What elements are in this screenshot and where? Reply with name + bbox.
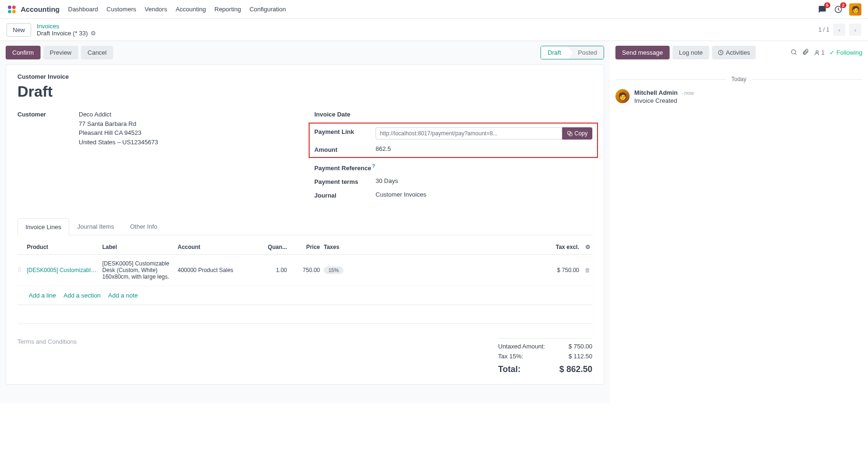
status-pills: Draft Posted [540,46,604,59]
search-icon[interactable] [790,49,797,57]
svg-point-8 [791,50,795,54]
followers-count[interactable]: 1 [814,49,825,56]
customer-label: Customer [17,110,79,118]
pager-text: 1 / 1 [819,26,829,33]
terms-field[interactable]: Terms and Conditions [17,338,498,376]
svg-point-2 [8,9,11,13]
row-tax[interactable]: 15% [324,266,344,274]
activities-button[interactable]: Activities [712,46,755,59]
actionbar: Confirm Preview Cancel Draft Posted [6,41,604,64]
status-posted[interactable]: Posted [568,46,604,59]
th-account[interactable]: Account [178,244,262,250]
chatter: Send message Log note Activities 1 ✓ [610,41,868,404]
message-time: - now [681,90,694,96]
topnav: Dashboard Customers Vendors Accounting R… [68,6,286,13]
amount-value[interactable]: 862.5 [376,145,592,152]
attachment-icon[interactable] [802,49,809,57]
message-author[interactable]: Mitchell Admin [634,89,678,96]
message: 🧑 Mitchell Admin - now Invoice Created [615,89,862,104]
delete-row-icon[interactable]: 🗑 [583,267,592,273]
send-message-button[interactable]: Send message [615,46,670,59]
table-row[interactable]: ⠿ [DESK0005] Customizable De [DESK0005] … [17,255,592,286]
copy-icon [567,131,573,136]
status-draft[interactable]: Draft [541,46,567,59]
form-title: Draft [17,83,592,100]
nav-dashboard[interactable]: Dashboard [68,6,98,13]
svg-point-0 [8,5,11,8]
row-qty[interactable]: 1.00 [262,267,291,273]
untaxed-label: Untaxed Amount: [498,343,545,350]
clock-icon[interactable]: 2 [833,4,843,15]
nav-customers[interactable]: Customers [106,6,136,13]
payment-terms-value[interactable]: 30 Days [376,177,592,184]
nav-accounting[interactable]: Accounting [176,6,206,13]
help-icon[interactable]: ? [372,164,375,169]
check-icon: ✓ [829,49,835,56]
chat-icon[interactable]: 5 [817,4,827,15]
log-note-button[interactable]: Log note [672,46,710,59]
confirm-button[interactable]: Confirm [6,46,41,59]
app-logo [7,4,17,15]
th-product[interactable]: Product [27,244,102,250]
row-price[interactable]: 750.00 [291,267,324,273]
th-taxes[interactable]: Taxes [324,244,371,250]
chatter-date-sep: Today [727,76,751,83]
invoice-lines-table: Product Label Account Quan... Price Taxe… [17,240,592,324]
tabs: Invoice Lines Journal Items Other Info [17,218,592,235]
tab-journal-items[interactable]: Journal Items [69,218,122,235]
clock-badge: 2 [840,2,846,8]
total-value: $ 862.50 [559,364,592,374]
row-account[interactable]: 400000 Product Sales [178,267,262,273]
drag-handle-icon[interactable]: ⠿ [17,267,27,273]
journal-value[interactable]: Customer Invoices [376,191,592,198]
nav-reporting[interactable]: Reporting [214,6,241,13]
breadcrumb-link[interactable]: Invoices [37,23,59,30]
add-line-link[interactable]: Add a line [29,292,56,299]
columns-options-icon[interactable]: ⚙ [583,244,592,250]
svg-point-3 [12,9,16,13]
svg-point-9 [816,50,819,53]
tax-label: Tax 15%: [498,353,523,360]
th-taxexcl[interactable]: Tax excl. [371,244,583,250]
message-avatar[interactable]: 🧑 [615,89,630,103]
user-avatar[interactable]: 🧑 [849,3,861,16]
svg-point-1 [12,5,16,8]
row-taxexcl: $ 750.00 [371,267,583,273]
tab-invoice-lines[interactable]: Invoice Lines [17,218,69,235]
new-button[interactable]: New [7,23,31,37]
cancel-button[interactable]: Cancel [81,46,113,59]
payment-ref-label: Payment Reference? [314,163,376,172]
row-product[interactable]: [DESK0005] Customizable De [27,267,102,273]
add-section-link[interactable]: Add a section [64,292,101,299]
th-price[interactable]: Price [291,244,324,250]
add-note-link[interactable]: Add a note [108,292,138,299]
breadcrumb-current: Draft Invoice (* 33) [37,30,88,37]
tab-other-info[interactable]: Other Info [122,218,165,235]
breadcrumb: Invoices Draft Invoice (* 33) ⚙ [37,23,96,37]
copy-button[interactable]: Copy [562,127,592,140]
message-text: Invoice Created [634,97,694,104]
th-qty[interactable]: Quan... [262,244,291,250]
subbar: New Invoices Draft Invoice (* 33) ⚙ 1 / … [0,19,868,41]
nav-vendors[interactable]: Vendors [145,6,167,13]
pager-prev[interactable]: ‹ [833,24,845,36]
untaxed-value: $ 750.00 [568,343,592,350]
form-card: Customer Invoice Draft Customer Deco Add… [6,64,604,385]
totals: Untaxed Amount: $ 750.00 Tax 15%: $ 112.… [498,338,592,376]
following-button[interactable]: ✓ Following [829,49,862,56]
customer-value[interactable]: Deco Addict 77 Santa Barbara Rd Pleasant… [79,110,295,147]
row-label[interactable]: [DESK0005] Customizable Desk (Custom, Wh… [102,260,178,280]
app-title[interactable]: Accounting [21,5,60,13]
gear-icon[interactable]: ⚙ [90,30,96,37]
form-heading: Customer Invoice [17,73,592,80]
nav-configuration[interactable]: Configuration [249,6,286,13]
user-icon [814,50,820,56]
preview-button[interactable]: Preview [43,46,78,59]
amount-label: Amount [314,145,376,153]
th-label[interactable]: Label [102,244,178,250]
payment-link-label: Payment Link [314,127,376,135]
chat-badge: 5 [824,2,830,8]
pager-next[interactable]: › [849,24,861,36]
payment-link-input[interactable] [376,127,562,140]
journal-label: Journal [314,191,376,199]
